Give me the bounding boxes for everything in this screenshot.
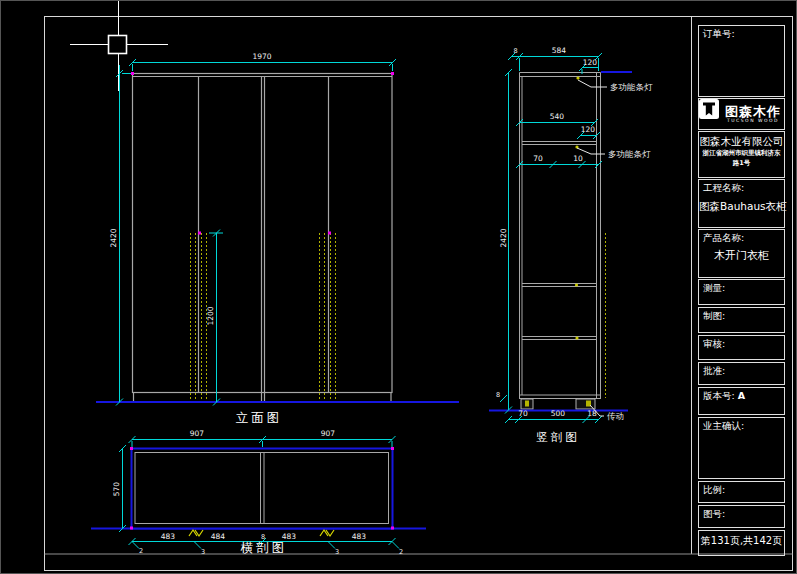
elevation-cabinet-lines bbox=[133, 74, 393, 402]
hs-depth-dim: 570 bbox=[112, 482, 121, 497]
hsection-outer-panel bbox=[132, 449, 393, 529]
company-address-line1: 浙江省湖州市织里镇利济东 bbox=[699, 149, 784, 159]
titleblock-product-box: 产品名称: 木开门衣柜 bbox=[698, 229, 785, 278]
vs-foot-back-dim: 70 bbox=[518, 409, 528, 418]
elevation-dimensions bbox=[116, 59, 396, 406]
hs-gap-dim-1: 2 bbox=[139, 547, 143, 555]
vs-back-dim: 8 bbox=[513, 47, 517, 55]
vs-mid-light-dim: 120 bbox=[581, 125, 596, 134]
titleblock-version-box: 版本号: A bbox=[698, 387, 785, 415]
scale-label: 比例: bbox=[699, 482, 784, 496]
tucson-wood-logo-icon bbox=[702, 104, 722, 124]
logo-name: 图森木作 bbox=[725, 105, 781, 118]
vs-height-dim: 2420 bbox=[499, 228, 508, 247]
hs-gap-dim-4: 2 bbox=[399, 548, 403, 556]
product-value: 木开门衣柜 bbox=[699, 250, 784, 263]
vs-top-light-dim: 120 bbox=[583, 58, 598, 67]
titleblock-project-box: 工程名称: 图森Bauhaus衣柜 bbox=[698, 179, 785, 228]
project-label: 工程名称: bbox=[699, 180, 784, 194]
titleblock-audit-box: 审核: bbox=[698, 335, 785, 360]
hs-bay-left-dim: 907 bbox=[190, 429, 205, 438]
vs-base-dim: 8 bbox=[496, 391, 500, 399]
approve-label: 批准: bbox=[699, 363, 784, 377]
elevation-view: 1970 2420 1200 立面图 bbox=[96, 52, 459, 425]
cursor-pickbox bbox=[109, 36, 127, 54]
titleblock-company-box: 图森木业有限公司 浙江省湖州市织里镇利济东 路1号 bbox=[698, 131, 785, 178]
titleblock-order-box: 订单号: bbox=[698, 25, 785, 97]
vertical-section-view: 8 584 120 540 120 70 10 2420 8 70 500 18… bbox=[489, 46, 653, 444]
measure-label: 测量: bbox=[699, 280, 784, 294]
titleblock-approve-box: 批准: bbox=[698, 362, 785, 385]
hs-gap-dim-2: 3 bbox=[201, 548, 205, 556]
adjustable-feet bbox=[521, 399, 595, 409]
version-label: 版本号: bbox=[703, 390, 735, 401]
cad-drawing-canvas: 1970 2420 1200 立面图 bbox=[1, 1, 797, 574]
version-value: A bbox=[738, 390, 745, 401]
vsection-dimensions bbox=[500, 53, 602, 423]
owner-confirm-label: 业主确认: bbox=[699, 418, 784, 432]
company-name: 图森木业有限公司 bbox=[699, 135, 784, 147]
elevation-height-dim: 2420 bbox=[109, 228, 118, 247]
titleblock-drawing-no-box: 图号: bbox=[698, 505, 785, 528]
elevation-width-dim: 1970 bbox=[252, 52, 271, 61]
logo-subtitle: TUCSON WOOD bbox=[727, 119, 779, 124]
strip-light-dots bbox=[575, 76, 580, 339]
hsection-title: 横剖图 bbox=[240, 540, 288, 555]
horizontal-section-view: 907 907 570 483 484 8 483 483 2 3 3 2 横剖… bbox=[91, 429, 426, 556]
page-info: 第131页,共142页 bbox=[699, 531, 784, 547]
vsection-title: 竖剖图 bbox=[536, 430, 580, 444]
foot-label: 传动 bbox=[606, 411, 624, 421]
vsection-cabinet-lines bbox=[520, 73, 601, 400]
strip-light-label-mid: 多功能条灯 bbox=[608, 149, 651, 159]
vs-depth-dim: 584 bbox=[552, 46, 567, 55]
titleblock-measure-box: 测量: bbox=[698, 279, 785, 305]
drawing-no-label: 图号: bbox=[699, 506, 784, 520]
titleblock-page-box: 第131页,共142页 bbox=[698, 530, 785, 556]
vs-foot-span-dim: 500 bbox=[551, 409, 566, 418]
company-address-line2: 路1号 bbox=[699, 159, 784, 169]
titleblock-scale-box: 比例: bbox=[698, 481, 785, 503]
titleblock-owner-confirm-box: 业主确认: bbox=[698, 417, 785, 479]
hs-door-dim-1: 483 bbox=[161, 532, 176, 541]
project-value: 图森Bauhaus衣柜 bbox=[699, 200, 784, 212]
hs-gap-dim-3: 3 bbox=[335, 548, 339, 556]
strip-light-label-top: 多功能条灯 bbox=[610, 82, 653, 92]
hs-bay-right-dim: 907 bbox=[321, 429, 336, 438]
vs-rod-front-dim: 10 bbox=[573, 154, 583, 163]
vs-rod-back-dim: 70 bbox=[533, 154, 543, 163]
hs-door-dim-2: 484 bbox=[211, 532, 226, 541]
titleblock-draft-box: 制图: bbox=[698, 307, 785, 333]
vs-shelf-depth-dim: 540 bbox=[550, 112, 565, 121]
snap-marker-dots bbox=[131, 72, 394, 235]
audit-label: 审核: bbox=[699, 336, 784, 350]
titleblock-logo-box: 图森木作 TUCSON WOOD bbox=[698, 98, 785, 130]
product-label: 产品名称: bbox=[699, 230, 784, 244]
order-label: 订单号: bbox=[699, 26, 784, 40]
elevation-handle-dim: 1200 bbox=[206, 306, 215, 325]
draft-label: 制图: bbox=[699, 308, 784, 322]
hs-door-dim-4: 483 bbox=[352, 532, 367, 541]
cad-sheet: 1970 2420 1200 立面图 bbox=[0, 0, 797, 574]
elevation-title: 立面图 bbox=[236, 410, 283, 425]
